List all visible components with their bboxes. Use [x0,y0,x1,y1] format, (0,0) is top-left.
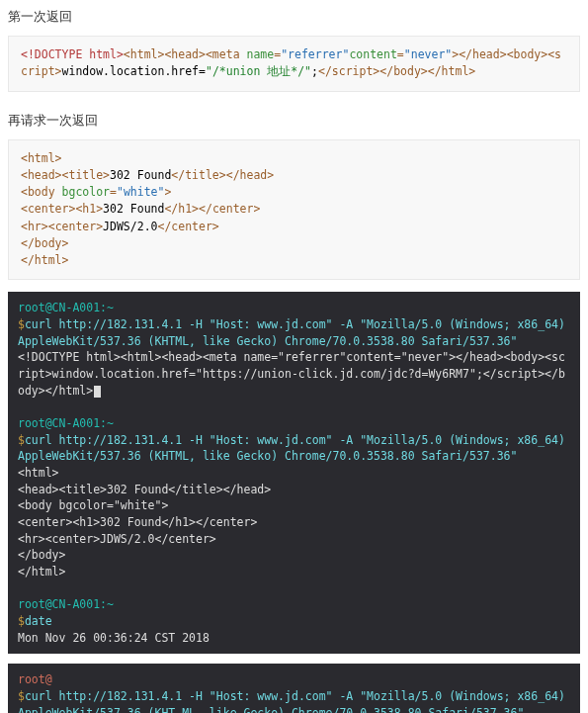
token: <!DOCTYPE html> [21,47,124,61]
terminal-output: <head><title>302 Found</title></head> [18,483,271,496]
token: "never" [404,47,452,61]
code-block-1: <!DOCTYPE html><html><head><meta name="r… [8,36,580,92]
prompt: root@CN-A001:~ [18,416,114,430]
prompt: root@ [18,672,52,686]
token: "white" [117,185,164,199]
token: <center> [48,220,103,233]
terminal-output: </html> [18,565,65,579]
prompt-char: $ [18,433,25,447]
token: <h1> [75,202,103,216]
token: "/*union 地址*/" [206,64,311,78]
token: </script></body></html> [318,64,475,78]
terminal-block-1: root@CN-A001:~ $curl http://182.131.4.1 … [8,292,580,654]
code-block-2: <html> <head><title>302 Found</title></h… [8,139,580,281]
terminal-block-2: root@ $curl http://182.131.4.1 -H "Host:… [8,664,580,713]
token: = [397,47,404,61]
terminal-command: curl http://182.131.4.1 -H "Host: www.jd… [18,317,572,348]
token: </center> [199,202,260,216]
token: <title> [62,168,110,182]
prompt-char: $ [18,317,25,331]
cursor-icon [94,386,101,398]
token: 302 Found [103,202,164,216]
terminal-output: </body> [18,548,65,562]
token: </html> [21,253,68,267]
prompt-char: $ [18,614,25,628]
heading-first: 第一次返回 [0,0,588,32]
token: <head> [21,168,62,182]
terminal-output: <center><h1>302 Found</h1></center> [18,515,257,529]
terminal-output: <body bgcolor="white"> [18,498,168,512]
terminal-output: <html> [18,466,59,480]
prompt-char: $ [18,689,25,703]
prompt: root@CN-A001:~ [18,301,114,314]
heading-second: 再请求一次返回 [0,104,588,135]
token: <html> [21,151,62,165]
token: 302 Found [110,168,171,182]
token: window.location.href= [62,64,206,78]
token: <center> [21,202,75,216]
terminal-command: curl http://182.131.4.1 -H "Host: www.jd… [18,689,572,713]
token: = [110,185,117,199]
token: </title> [171,168,225,182]
token: bgcolor [62,185,110,199]
token: "referrer" [281,47,349,61]
terminal-command: curl http://182.131.4.1 -H "Host: www.jd… [18,433,572,464]
token: ; [311,64,318,78]
token: content [349,47,396,61]
token: </h1> [164,202,199,216]
token: </head> [226,168,274,182]
token: </center> [157,220,218,233]
token: JDWS/2.0 [103,220,157,233]
token: <hr> [21,220,48,233]
terminal-output: Mon Nov 26 00:36:24 CST 2018 [18,631,210,645]
token: name [246,47,274,61]
terminal-command: date [25,614,52,628]
prompt: root@CN-A001:~ [18,597,114,611]
token: <body [21,185,62,199]
token: > [164,185,171,199]
terminal-output: <hr><center>JDWS/2.0</center> [18,532,216,546]
token: <html><head><meta [124,47,247,61]
token: </body> [21,236,68,250]
